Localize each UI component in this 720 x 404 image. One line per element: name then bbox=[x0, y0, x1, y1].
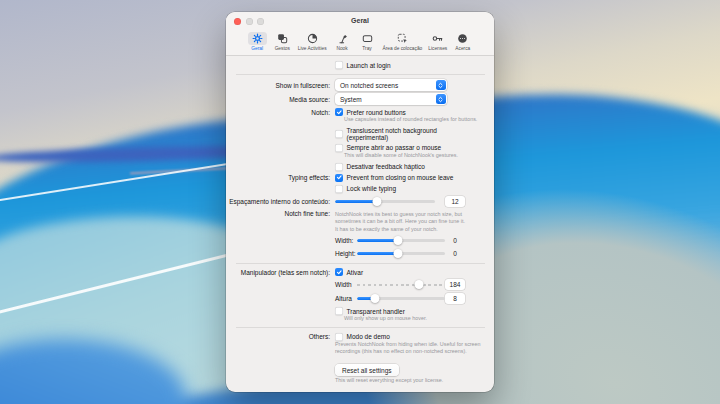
lock-while-typing-row: Lock while typing bbox=[226, 185, 494, 193]
lock-while-typing-checkbox[interactable] bbox=[335, 185, 343, 193]
popup-value: On notched screens bbox=[340, 82, 398, 89]
divider bbox=[236, 263, 485, 264]
tab-acerca[interactable]: Acerca bbox=[453, 32, 472, 51]
tab-label: Gestos bbox=[275, 46, 290, 51]
fine-tune-height-row: Height: 0 bbox=[226, 248, 494, 258]
prefer-round-buttons-help: Use capsules instead of rounded rectangl… bbox=[344, 116, 494, 123]
gestures-icon bbox=[273, 32, 292, 45]
tab-geral[interactable]: Geral bbox=[248, 32, 267, 51]
prevent-closing-row: Typing effects: Prevent from closing on … bbox=[226, 174, 494, 182]
launch-at-login-label: Launch at login bbox=[347, 62, 391, 69]
demo-mode-row: Others: Modo de demo bbox=[226, 333, 494, 341]
typing-effects-label: Typing effects: bbox=[226, 174, 335, 181]
close-button[interactable] bbox=[234, 18, 241, 25]
fine-tune-help: NotchNook tries its best to guess your n… bbox=[335, 211, 465, 234]
handler-width-slider[interactable] bbox=[357, 280, 445, 290]
content-padding-field[interactable]: 12 bbox=[445, 196, 465, 207]
tab-label: Nook bbox=[336, 46, 347, 51]
launch-at-login-checkbox[interactable] bbox=[335, 61, 343, 69]
handler-height-field[interactable]: 8 bbox=[445, 293, 465, 304]
gear-icon bbox=[248, 32, 267, 45]
launch-at-login-row: Launch at login bbox=[226, 61, 494, 69]
transparent-handler-row: Transparent handler bbox=[226, 307, 494, 315]
tab-live-activities[interactable]: Live Activities bbox=[298, 32, 327, 51]
popup-value: System bbox=[340, 96, 362, 103]
tab-tray[interactable]: Tray bbox=[358, 32, 377, 51]
open-on-hover-label: Sempre abrir ao passar o mouse bbox=[347, 144, 442, 151]
fine-tune-height-label: Height: bbox=[335, 250, 357, 257]
settings-content: Launch at login Show in fullscreen: On n… bbox=[226, 56, 494, 392]
content-padding-label: Espaçamento interno do conteúdo: bbox=[226, 198, 335, 205]
toolbar: Geral Gestos Live Activities bbox=[226, 28, 494, 55]
lock-while-typing-label: Lock while typing bbox=[347, 185, 397, 192]
tab-label: Acerca bbox=[455, 46, 470, 51]
drop-area-icon bbox=[393, 32, 412, 45]
live-activities-icon bbox=[303, 32, 322, 45]
open-on-hover-checkbox[interactable] bbox=[335, 144, 343, 152]
content-padding-slider[interactable] bbox=[335, 196, 435, 206]
fine-tune-label: Notch fine tune: bbox=[226, 210, 335, 217]
handler-width-row: Width 184 bbox=[226, 279, 494, 290]
demo-mode-help: Prevents NotchNook from hiding when idle… bbox=[335, 341, 481, 356]
media-source-popup[interactable]: System bbox=[335, 93, 447, 105]
prefer-round-buttons-label: Prefer round buttons bbox=[347, 109, 406, 116]
handler-enable-checkbox[interactable] bbox=[335, 268, 343, 276]
transparent-handler-checkbox[interactable] bbox=[335, 307, 343, 315]
handler-width-field[interactable]: 184 bbox=[445, 279, 465, 290]
fine-tune-width-label: Width: bbox=[335, 237, 357, 244]
popup-stepper-icon bbox=[436, 94, 446, 104]
key-icon bbox=[428, 32, 447, 45]
show-in-fullscreen-row: Show in fullscreen: On notched screens bbox=[226, 79, 494, 91]
tab-label: Geral bbox=[251, 46, 263, 51]
fine-tune-width-row: Width: 0 bbox=[226, 235, 494, 245]
handler-height-label: Altura bbox=[335, 295, 357, 302]
reset-all-settings-button[interactable]: Reset all settings bbox=[335, 364, 399, 376]
divider bbox=[236, 327, 485, 328]
translucent-label: Transluscent notch background (experimen… bbox=[347, 127, 466, 141]
fine-tune-height-value: 0 bbox=[445, 250, 465, 257]
open-on-hover-row: Sempre abrir ao passar o mouse bbox=[226, 144, 494, 152]
settings-window: Geral Geral Gestos bbox=[226, 12, 494, 392]
prefer-round-buttons-checkbox[interactable] bbox=[335, 108, 343, 116]
handler-height-slider[interactable] bbox=[357, 294, 445, 304]
notch-label: Notch: bbox=[226, 109, 335, 116]
divider bbox=[236, 74, 485, 75]
tab-licenses[interactable]: Licenses bbox=[428, 32, 447, 51]
transparent-handler-label: Transparent handler bbox=[347, 308, 405, 315]
demo-mode-checkbox[interactable] bbox=[335, 333, 343, 341]
tab-label: Tray bbox=[362, 46, 371, 51]
show-in-fullscreen-popup[interactable]: On notched screens bbox=[335, 79, 447, 91]
handler-enable-label: Ativar bbox=[347, 269, 364, 276]
tab-label: Live Activities bbox=[298, 46, 327, 51]
handler-width-label: Width bbox=[335, 281, 357, 288]
handler-height-row: Altura 8 bbox=[226, 293, 494, 304]
disable-haptics-row: Desativar feedback háptico bbox=[226, 163, 494, 171]
reset-help: This will reset everything except your l… bbox=[335, 377, 485, 384]
fine-tune-height-slider[interactable] bbox=[357, 248, 445, 258]
tab-gestos[interactable]: Gestos bbox=[273, 32, 292, 51]
tab-area-de-colocacao[interactable]: Área de colocação bbox=[383, 32, 423, 51]
transparent-handler-help: Will only show up on mouse hover. bbox=[344, 315, 494, 322]
handler-enable-row: Manipulador (telas sem notch): Ativar bbox=[226, 268, 494, 276]
fine-tune-width-value: 0 bbox=[445, 237, 465, 244]
minimize-button bbox=[246, 18, 253, 25]
translucent-checkbox[interactable] bbox=[335, 130, 343, 138]
tab-nook[interactable]: Nook bbox=[333, 32, 352, 51]
tray-icon bbox=[358, 32, 377, 45]
others-label: Others: bbox=[226, 333, 335, 340]
window-header: Geral Geral Gestos bbox=[226, 12, 494, 56]
translucent-row: Transluscent notch background (experimen… bbox=[226, 127, 494, 141]
demo-mode-label: Modo de demo bbox=[347, 333, 390, 340]
disable-haptics-checkbox[interactable] bbox=[335, 163, 343, 171]
window-title: Geral bbox=[226, 12, 494, 24]
desktop-wallpaper: Geral Geral Gestos bbox=[0, 0, 720, 404]
zoom-button bbox=[257, 18, 264, 25]
disable-haptics-label: Desativar feedback háptico bbox=[347, 163, 425, 170]
open-on-hover-help: This will disable some of NotchNook's ge… bbox=[344, 152, 494, 159]
titlebar[interactable]: Geral bbox=[226, 12, 494, 28]
media-source-label: Media source: bbox=[226, 96, 335, 103]
prefer-round-buttons-row: Notch: Prefer round buttons bbox=[226, 108, 494, 116]
prevent-closing-checkbox[interactable] bbox=[335, 174, 343, 182]
fine-tune-width-slider[interactable] bbox=[357, 235, 445, 245]
about-icon bbox=[453, 32, 472, 45]
